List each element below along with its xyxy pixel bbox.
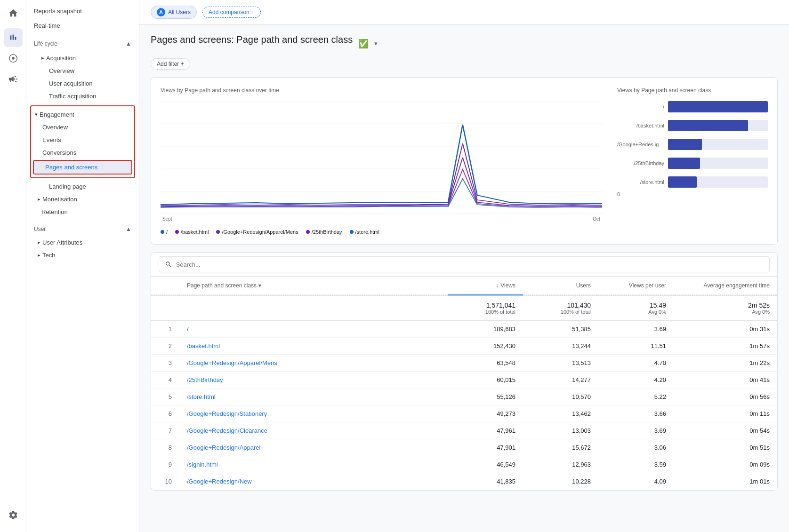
- legend-dot-google-redesign: [216, 230, 220, 234]
- main-content: A All Users Add comparison + Pages and s…: [139, 0, 789, 532]
- cell-avg-engagement: 1m 01s: [674, 473, 777, 490]
- bar-fill-1: [668, 101, 768, 112]
- table-row: 5 /store.html 55,126 10,570 5.22 0m 56s: [151, 389, 777, 405]
- cell-rank: 4: [151, 372, 179, 388]
- cell-page[interactable]: /signin.html: [179, 456, 448, 473]
- cell-page[interactable]: /: [179, 321, 448, 337]
- cell-views: 189,683: [448, 321, 523, 337]
- cell-page[interactable]: /Google+Redesign/Clearance: [179, 422, 448, 439]
- settings-icon[interactable]: [4, 506, 23, 524]
- cell-page[interactable]: /Google+Redesign/New: [179, 473, 448, 490]
- lifecycle-collapse-icon: ▲: [126, 40, 131, 47]
- monetisation-expand-icon: ▸: [38, 196, 40, 202]
- segment-name: All Users: [168, 9, 191, 16]
- cell-page[interactable]: /25thBirthday: [179, 372, 448, 388]
- sidebar-item-traffic-acquisition[interactable]: Traffic acquisition: [26, 90, 139, 103]
- bar-row-4: /25thBirthday: [617, 158, 768, 169]
- chart-section: Views by Page path and screen class over…: [151, 77, 778, 245]
- table-row: 9 /signin.html 46,549 12,963 3.59 0m 09s: [151, 456, 777, 473]
- bar-fill-3: [668, 139, 702, 150]
- cell-views: 46,549: [448, 456, 523, 473]
- svg-rect-0: [10, 35, 11, 40]
- svg-point-4: [12, 57, 15, 60]
- cell-rank: 2: [151, 338, 179, 354]
- sidebar-item-user-acquisition[interactable]: User acquisition: [26, 77, 139, 90]
- cell-avg-engagement: 0m 11s: [674, 405, 777, 422]
- legend-dot-slash: [161, 230, 164, 234]
- title-dropdown-icon[interactable]: ▾: [374, 40, 378, 47]
- cell-views-per-user: 4.09: [598, 473, 674, 490]
- col-header-users[interactable]: Users: [523, 277, 598, 295]
- legend-dot-store: [350, 230, 354, 234]
- sidebar-item-conversions[interactable]: Conversions: [31, 146, 134, 159]
- legend-item-slash: /: [161, 229, 168, 235]
- sidebar-item-engagement-overview[interactable]: Overview: [31, 121, 134, 134]
- chart-legend: / /basket.html /Google+Redesign/Apparel/…: [161, 229, 602, 235]
- sidebar-item-landing-page[interactable]: Landing page: [26, 180, 139, 193]
- cell-users: 15,672: [523, 439, 598, 456]
- page-title: Pages and screens: Page path and screen …: [151, 34, 353, 45]
- sidebar-item-user-attributes[interactable]: ▸ User Attributes: [26, 236, 139, 249]
- cell-page[interactable]: /store.html: [179, 389, 448, 405]
- cell-page[interactable]: /Google+Redesign/Stationery: [179, 405, 448, 422]
- lifecycle-section-header[interactable]: Life cycle ▲: [26, 37, 139, 51]
- sidebar-item-tech[interactable]: ▸ Tech: [26, 249, 139, 262]
- sidebar-item-acquisition[interactable]: ▸ Acquisition: [26, 52, 139, 64]
- reports-icon[interactable]: [4, 28, 23, 47]
- advertising-icon[interactable]: [4, 70, 23, 88]
- sidebar-item-events[interactable]: Events: [31, 134, 134, 146]
- cell-page[interactable]: /Google+Redesign/Apparel/Mens: [179, 355, 448, 371]
- realtime-label: Real-time: [34, 22, 60, 29]
- col-header-avg-engagement[interactable]: Average engagement time: [674, 277, 777, 295]
- sidebar-item-overview[interactable]: Overview: [26, 64, 139, 77]
- col-header-rank: [151, 277, 179, 295]
- explore-icon[interactable]: [4, 49, 23, 68]
- cell-views: 49,273: [448, 405, 523, 422]
- cell-avg-engagement: 0m 51s: [674, 439, 777, 456]
- cell-users: 13,244: [523, 338, 598, 354]
- sort-icon: ▾: [258, 282, 261, 289]
- cell-users: 51,385: [523, 321, 598, 337]
- table-body: 1 / 189,683 51,385 3.69 0m 31s 2 /basket…: [151, 321, 777, 490]
- home-icon[interactable]: [4, 4, 23, 23]
- search-bar[interactable]: [159, 256, 770, 272]
- add-comparison-button[interactable]: Add comparison +: [202, 7, 261, 18]
- cell-views-per-user: 3.69: [598, 321, 674, 337]
- bar-x-label: 0: [617, 191, 768, 197]
- col-header-views[interactable]: ↓ Views: [448, 277, 523, 295]
- search-input[interactable]: [176, 261, 764, 268]
- col-header-views-per-user[interactable]: Views per user: [598, 277, 674, 295]
- sidebar-item-reports-snapshot[interactable]: Reports snapshot: [26, 4, 139, 18]
- legend-item-birthday: /25thBirthday: [306, 229, 342, 235]
- bar-row-3: /Google+Redes ign/Apparel/...: [617, 139, 768, 150]
- legend-item-google-redesign: /Google+Redesign/Apparel/Mens: [216, 229, 298, 235]
- legend-dot-birthday: [306, 230, 310, 234]
- cell-rank: 7: [151, 422, 179, 439]
- cell-views-per-user: 4.20: [598, 372, 674, 388]
- user-section-header[interactable]: User ▲: [26, 222, 139, 236]
- cell-users: 14,277: [523, 372, 598, 388]
- col-header-page[interactable]: Page path and screen class ▾: [179, 277, 448, 295]
- sidebar-item-retention[interactable]: Retention: [26, 206, 139, 218]
- bar-fill-4: [668, 158, 700, 169]
- add-filter-button[interactable]: Add filter +: [151, 58, 190, 70]
- sidebar-item-realtime[interactable]: Real-time: [26, 18, 139, 33]
- sidebar-item-pages-and-screens[interactable]: Pages and screens: [34, 161, 131, 174]
- all-users-segment[interactable]: A All Users: [151, 6, 197, 19]
- cell-views-per-user: 3.06: [598, 439, 674, 456]
- line-chart-svg: 100K 80K 60K 40K 20K 0 05 07 09 11 13: [161, 101, 602, 214]
- data-table: Page path and screen class ▾ ↓ Views Use…: [151, 252, 778, 491]
- cell-avg-engagement: 0m 41s: [674, 372, 777, 388]
- user-attributes-expand-icon: ▸: [38, 239, 40, 246]
- sidebar-item-monetisation[interactable]: ▸ Monetisation: [26, 193, 139, 206]
- cell-page[interactable]: /basket.html: [179, 338, 448, 354]
- cell-views-per-user: 4.70: [598, 355, 674, 371]
- cell-page[interactable]: /Google+Redesign/Apparel: [179, 439, 448, 456]
- table-row: 4 /25thBirthday 60,015 14,277 4.20 0m 41…: [151, 372, 777, 389]
- cell-views: 60,015: [448, 372, 523, 388]
- pages-and-screens-box: Pages and screens: [33, 160, 132, 175]
- cell-users: 12,963: [523, 456, 598, 473]
- sidebar-item-engagement[interactable]: ▾ Engagement: [31, 108, 134, 121]
- table-row: 8 /Google+Redesign/Apparel 47,901 15,672…: [151, 439, 777, 456]
- cell-views-per-user: 3.69: [598, 422, 674, 439]
